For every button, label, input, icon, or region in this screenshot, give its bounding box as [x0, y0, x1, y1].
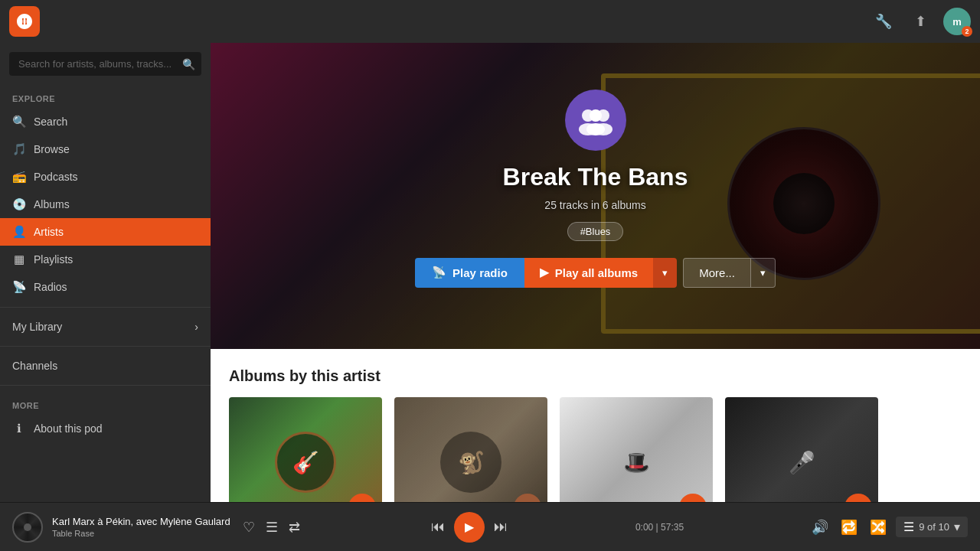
sidebar-item-browse-label: Browse	[34, 143, 70, 155]
divider-1	[0, 307, 211, 308]
search-input[interactable]	[9, 52, 201, 76]
divider-2	[0, 346, 211, 347]
svg-point-5	[590, 109, 602, 122]
sidebar-item-podcasts[interactable]: 📻 Podcasts	[0, 163, 211, 191]
album-card-4[interactable]: 🎤 ▶	[725, 397, 878, 502]
artist-genre-tag: #Blues	[567, 222, 624, 241]
artist-meta: 25 tracks in 6 albums	[544, 199, 645, 211]
albums-nav-icon: 💿	[12, 197, 26, 211]
albums-section-title: Albums by this artist	[229, 367, 962, 385]
crossfade-icon: ⇄	[289, 520, 300, 535]
album-card-2[interactable]: 🐒 ▶	[394, 397, 547, 502]
sidebar-item-browse[interactable]: 🎵 Browse	[0, 135, 211, 163]
queue-button[interactable]: ☰	[263, 516, 281, 539]
sidebar-item-playlists-label: Playlists	[34, 253, 73, 266]
my-library-label: My Library	[12, 321, 62, 333]
player-controls: ⏮ ▶ ⏭	[428, 512, 511, 543]
play-all-icon: ▶	[540, 266, 549, 279]
album-card-3[interactable]: 🎩 ▶	[560, 397, 713, 502]
search-nav-icon: 🔍	[12, 115, 26, 129]
more-chevron-icon: ▾	[760, 267, 766, 279]
heart-icon: ♡	[243, 520, 255, 535]
sidebar-item-radios-label: Radios	[34, 281, 67, 293]
sidebar-item-artists-label: Artists	[34, 226, 64, 238]
browse-nav-icon: 🎵	[12, 142, 26, 156]
play-radio-button[interactable]: 📡 Play radio	[415, 258, 524, 288]
sidebar-item-search-label: Search	[34, 116, 67, 128]
time-total: 57:35	[661, 522, 684, 533]
my-library-expand-icon: ›	[194, 321, 198, 333]
sidebar-item-search[interactable]: 🔍 Search	[0, 108, 211, 135]
volume-icon: 🔊	[812, 519, 828, 536]
avatar-badge: 2	[962, 26, 972, 37]
upload-icon: ⬆	[915, 13, 926, 30]
volume-button[interactable]: 🔊	[808, 516, 831, 539]
sidebar-item-artists[interactable]: 👤 Artists	[0, 218, 211, 246]
queue-info[interactable]: ☰ 9 of 10 ▾	[896, 517, 968, 537]
hero-actions: 📡 Play radio ▶ Play all albums ▾ More...	[415, 258, 776, 288]
queue-expand-icon: ▾	[954, 520, 960, 534]
player-right-controls: 🔊 🔁 🔀 ☰ 9 of 10 ▾	[808, 516, 968, 539]
sidebar-item-albums-label: Albums	[34, 198, 70, 210]
upload-button[interactable]: ⬆	[906, 8, 934, 35]
settings-icon: 🔧	[875, 13, 892, 30]
svg-point-0	[22, 19, 27, 24]
artist-name: Break The Bans	[503, 163, 688, 191]
player-like-actions: ♡ ☰ ⇄	[240, 516, 303, 539]
topbar: 🔧 ⬆ m 2	[0, 0, 980, 43]
artist-avatar	[565, 90, 626, 151]
player-track-info: Karl Marx à Pékin, avec Mylène Gaulard T…	[52, 516, 230, 538]
sidebar-item-channels[interactable]: Channels	[0, 353, 211, 379]
channels-label: Channels	[12, 360, 57, 372]
search-submit-button[interactable]: 🔍	[182, 58, 195, 70]
search-box: 🔍	[0, 43, 211, 85]
more-button[interactable]: More...	[683, 258, 751, 288]
sidebar-item-about[interactable]: ℹ About this pod	[0, 415, 211, 442]
info-icon: ℹ	[12, 422, 26, 435]
shuffle-icon: 🔀	[870, 519, 887, 536]
playlists-nav-icon: ▦	[12, 253, 26, 266]
crossfade-button[interactable]: ⇄	[286, 516, 303, 539]
svg-point-6	[586, 123, 605, 135]
player-track-artist: Table Rase	[52, 529, 230, 538]
prev-icon: ⏮	[431, 519, 445, 535]
search-icon: 🔍	[182, 58, 195, 70]
sidebar-item-podcasts-label: Podcasts	[34, 171, 78, 183]
logo-button[interactable]	[9, 6, 40, 37]
album-cover-4: 🎤 ▶	[725, 397, 878, 502]
sidebar-item-playlists[interactable]: ▦ Playlists	[0, 246, 211, 273]
sidebar-item-radios[interactable]: 📡 Radios	[0, 273, 211, 301]
prev-button[interactable]: ⏮	[428, 516, 448, 538]
play-all-albums-dropdown[interactable]: ▾	[653, 258, 677, 288]
player-track-name: Karl Marx à Pékin, avec Mylène Gaulard	[52, 516, 230, 527]
avatar-button[interactable]: m 2	[943, 8, 971, 35]
main-layout: 🔍 Explore 🔍 Search 🎵 Browse 📻 Podcasts 💿…	[0, 43, 980, 502]
like-button[interactable]: ♡	[240, 516, 258, 539]
sidebar: 🔍 Explore 🔍 Search 🎵 Browse 📻 Podcasts 💿…	[0, 43, 211, 502]
sidebar-item-albums[interactable]: 💿 Albums	[0, 191, 211, 218]
next-button[interactable]: ⏭	[491, 516, 511, 538]
repeat-button[interactable]: 🔁	[838, 516, 861, 539]
album-cover-2: 🐒 ▶	[394, 397, 547, 502]
artists-nav-icon: 👤	[12, 225, 26, 239]
player-album-art	[12, 512, 43, 543]
my-library-row[interactable]: My Library ›	[0, 314, 211, 340]
album-cover-3: 🎩 ▶	[560, 397, 713, 502]
albums-grid: 🎸 ▶ 🐒 ▶	[229, 397, 962, 502]
shuffle-button[interactable]: 🔀	[867, 516, 890, 539]
queue-list-icon-2: ☰	[903, 520, 914, 534]
more-section-label: More	[0, 392, 211, 415]
play-pause-button[interactable]: ▶	[454, 512, 485, 543]
about-label: About this pod	[34, 422, 103, 435]
avatar-text: m	[952, 16, 962, 28]
more-dropdown-button[interactable]: ▾	[751, 258, 776, 288]
next-icon: ⏭	[494, 519, 508, 535]
play-all-albums-button[interactable]: ▶ Play all albums	[524, 258, 653, 288]
vinyl-center	[24, 523, 31, 531]
artist-hero: Break The Bans 25 tracks in 6 albums #Bl…	[211, 43, 980, 349]
repeat-icon: 🔁	[841, 519, 858, 536]
chevron-down-icon: ▾	[662, 267, 668, 279]
settings-button[interactable]: 🔧	[870, 8, 897, 35]
album-card-1[interactable]: 🎸 ▶	[229, 397, 382, 502]
divider-3	[0, 385, 211, 386]
